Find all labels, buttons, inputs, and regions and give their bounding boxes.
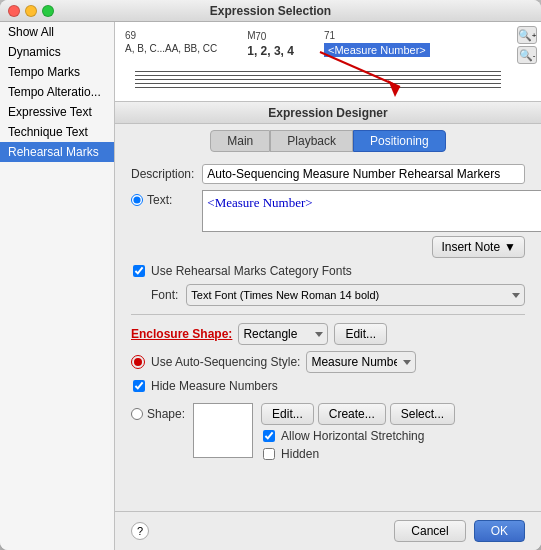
music-preview: 69 A, B, C...AA, BB, CC M 70 1, 2, 3, 4 …: [115, 22, 541, 102]
content-area: Show All Dynamics Tempo Marks Tempo Alte…: [0, 22, 541, 550]
tab-positioning[interactable]: Positioning: [353, 130, 446, 152]
text-label: Text:: [147, 193, 172, 207]
text-radio[interactable]: [131, 194, 143, 206]
hidden-row: Hidden: [263, 447, 455, 461]
hide-measure-label: Hide Measure Numbers: [151, 379, 278, 393]
bottom-right-buttons: Cancel OK: [394, 520, 525, 542]
red-arrow: [310, 42, 420, 97]
measure-content-69: A, B, C...AA, BB, CC: [125, 43, 217, 54]
hidden-label: Hidden: [281, 447, 319, 461]
sidebar-item-expressive-text[interactable]: Expressive Text: [0, 102, 114, 122]
enclosure-shape-label: Enclosure Shape:: [131, 327, 232, 341]
sidebar-item-tempo-marks[interactable]: Tempo Marks: [0, 62, 114, 82]
font-row: Font: Text Font (Times New Roman 14 bold…: [151, 284, 525, 306]
shape-radio[interactable]: [131, 408, 143, 420]
main-window: Expression Selection Show All Dynamics T…: [0, 0, 541, 550]
bottom-bar: ? Cancel OK: [115, 511, 541, 550]
shape-label: Shape:: [147, 407, 185, 421]
divider-1: [131, 314, 525, 315]
window-title: Expression Selection: [210, 4, 331, 18]
ok-button[interactable]: OK: [474, 520, 525, 542]
sidebar-item-technique-text[interactable]: Technique Text: [0, 122, 114, 142]
shape-edit-button[interactable]: Edit...: [261, 403, 314, 425]
hide-measure-checkbox[interactable]: [133, 380, 145, 392]
sidebar-item-tempo-alteratio[interactable]: Tempo Alteratio...: [0, 82, 114, 102]
tabs-row: Main Playback Positioning: [115, 124, 541, 156]
sidebar-item-show-all[interactable]: Show All: [0, 22, 114, 42]
enclosure-shape-row: Enclosure Shape: Rectangle Edit...: [131, 323, 525, 345]
auto-seq-checkbox-inner: [134, 358, 142, 366]
main-area: 69 A, B, C...AA, BB, CC M 70 1, 2, 3, 4 …: [115, 22, 541, 550]
tab-main[interactable]: Main: [210, 130, 270, 152]
font-label: Font:: [151, 288, 178, 302]
shape-preview-box: [193, 403, 253, 458]
description-input[interactable]: [202, 164, 525, 184]
sidebar-item-rehearsal-marks[interactable]: Rehearsal Marks: [0, 142, 114, 162]
expression-designer: Expression Designer Main Playback Positi…: [115, 102, 541, 550]
sidebar-item-dynamics[interactable]: Dynamics: [0, 42, 114, 62]
zoom-out-button[interactable]: 🔍-: [517, 46, 537, 64]
enclosure-shape-select[interactable]: Rectangle: [238, 323, 328, 345]
shape-options: Edit... Create... Select... Allow Horizo…: [261, 403, 455, 461]
rehearsal-marks-fonts-label: Use Rehearsal Marks Category Fonts: [151, 264, 352, 278]
allow-horiz-checkbox[interactable]: [263, 430, 275, 442]
auto-seq-row: Use Auto-Sequencing Style: Measure Numbe…: [131, 351, 525, 373]
insert-note-button[interactable]: Insert Note ▼: [432, 236, 525, 258]
svg-marker-1: [388, 80, 400, 97]
auto-seq-select[interactable]: Measure Number: [306, 351, 416, 373]
shape-select-button[interactable]: Select...: [390, 403, 455, 425]
text-edit-area[interactable]: [202, 190, 541, 232]
zoom-in-button[interactable]: 🔍+: [517, 26, 537, 44]
measure-content-70: 1, 2, 3, 4: [247, 44, 294, 58]
sidebar: Show All Dynamics Tempo Marks Tempo Alte…: [0, 22, 115, 550]
shape-radio-row: Shape:: [131, 403, 185, 421]
shape-buttons-row: Edit... Create... Select...: [261, 403, 455, 425]
text-section: Text: Insert Note ▼: [131, 190, 525, 258]
allow-horiz-label: Allow Horizontal Stretching: [281, 429, 424, 443]
expr-title: Expression Designer: [268, 106, 387, 120]
svg-line-0: [320, 52, 400, 87]
allow-horiz-row: Allow Horizontal Stretching: [263, 429, 455, 443]
form-area: Description: Text: I: [115, 156, 541, 511]
description-row: Description:: [131, 164, 525, 184]
rehearsal-marks-fonts-row: Use Rehearsal Marks Category Fonts: [133, 264, 525, 278]
shape-section: Shape: Edit... Create... Select...: [131, 403, 525, 461]
shape-create-button[interactable]: Create...: [318, 403, 386, 425]
maximize-button[interactable]: [42, 5, 54, 17]
hide-measure-row: Hide Measure Numbers: [133, 379, 525, 393]
font-select[interactable]: Text Font (Times New Roman 14 bold): [186, 284, 525, 306]
title-bar: Expression Selection: [0, 0, 541, 22]
measure-num-70: 70: [255, 31, 266, 42]
close-button[interactable]: [8, 5, 20, 17]
auto-seq-label: Use Auto-Sequencing Style:: [151, 355, 300, 369]
expr-title-bar: Expression Designer: [115, 102, 541, 124]
measure-num-71: 71: [324, 30, 335, 41]
description-label: Description:: [131, 167, 194, 181]
window-controls: [8, 5, 54, 17]
cancel-button[interactable]: Cancel: [394, 520, 465, 542]
help-button[interactable]: ?: [131, 522, 149, 540]
rehearsal-marks-fonts-checkbox[interactable]: [133, 265, 145, 277]
minimize-button[interactable]: [25, 5, 37, 17]
enclosure-edit-button[interactable]: Edit...: [334, 323, 387, 345]
measure-num-69: 69: [125, 30, 136, 41]
zoom-controls: 🔍+ 🔍-: [517, 26, 537, 64]
tab-playback[interactable]: Playback: [270, 130, 353, 152]
hidden-checkbox[interactable]: [263, 448, 275, 460]
auto-seq-checkbox[interactable]: [131, 355, 145, 369]
